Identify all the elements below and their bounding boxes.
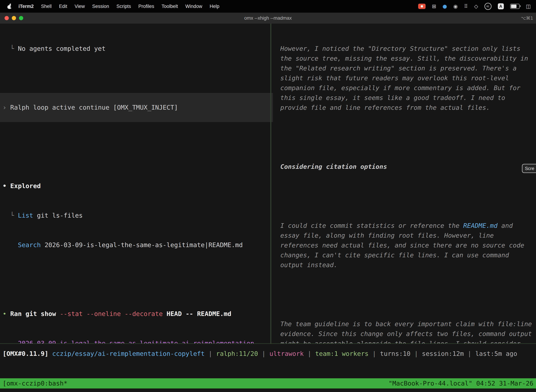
menu-bar-status-icons: ⊞ ● ◉ ⠿ ◇ 61 A ◫ (418, 3, 536, 10)
grid-app-icon[interactable]: ⊞ (432, 4, 436, 9)
menu-item-help[interactable]: Help (206, 4, 223, 9)
list-command: git ls-files (33, 212, 83, 219)
turns-count: turns:10 (380, 350, 411, 357)
screen: iTerm2 Shell Edit View Session Scripts P… (0, 0, 536, 392)
minimize-button[interactable] (12, 16, 16, 20)
horizontal-pane-border (0, 343, 536, 344)
gauge-badge-icon[interactable]: 61 (484, 3, 492, 10)
tmux-status-bar: [omx-cczip0:bash* "MacBook-Pro-44.local"… (0, 378, 536, 388)
left-pane[interactable]: └ No agents completed yet › Ralph loop a… (0, 23, 273, 344)
search-query: 2026-03-09-is-legal-the-same-as-legitima… (41, 241, 243, 248)
window-shortcut-badge: ⌥⌘1 (521, 16, 536, 21)
terminal: └ No agents completed yet › Ralph loop a… (0, 23, 536, 392)
separator: | (205, 350, 216, 357)
screen-recording-indicator-icon[interactable] (418, 4, 426, 9)
essay-filename-line-1: 2026-03-09-is-legal-the-same-as-legitima… (3, 338, 273, 344)
ralph-loop-text: Ralph loop active continue [OMX_TMUX_INJ… (10, 104, 178, 111)
tmux-host-clock: "MacBook-Pro-44.local" 04:52 31-Mar-26 (388, 378, 533, 388)
battery-icon[interactable] (510, 4, 520, 9)
reasoning-heading-text: Considering citation options (280, 163, 387, 170)
tree-branch-glyph: └ (3, 212, 18, 219)
omx-version: [OMX#0.11.9] (3, 350, 52, 357)
explored-header: • Explored (3, 181, 273, 191)
menu-item-toolbelt[interactable]: Toolbelt (158, 4, 182, 9)
window-title: omx --xhigh --madmax (0, 15, 536, 21)
tree-branch-glyph: └ (3, 45, 18, 52)
agents-status-text: No agents completed yet (18, 45, 106, 52)
blue-app-icon[interactable]: ● (442, 4, 447, 9)
close-button[interactable] (5, 16, 9, 20)
reasoning-text: I could cite commit statistics or refere… (280, 222, 463, 229)
ran-label: Ran (10, 310, 25, 317)
separator: | (411, 350, 422, 357)
reasoning-paragraph-1: However, I noticed the "Directory Struct… (280, 44, 536, 112)
git-show-cmd: git show (25, 310, 60, 317)
separator: | (258, 350, 269, 357)
tmux-session-window[interactable]: [omx-cczip0:bash* (3, 378, 67, 388)
session-duration: session:12m (422, 350, 464, 357)
screen-share-chip[interactable]: Scre (522, 164, 536, 173)
list-action-label: List (18, 212, 33, 219)
menu-item-view[interactable]: View (71, 4, 88, 9)
explored-search-line: Search 2026-03-09-is-legal-the-same-as-l… (3, 240, 273, 250)
git-show-flags: --stat --oneline --decorate (60, 310, 167, 317)
apple-menu-icon[interactable] (7, 4, 12, 9)
indent (3, 241, 18, 248)
menu-item-iterm2[interactable]: iTerm2 (15, 4, 38, 9)
menu-bar: iTerm2 Shell Edit View Session Scripts P… (0, 0, 536, 13)
traffic-lights (0, 16, 23, 20)
bullet-icon: • (3, 182, 10, 190)
mode-label: ultrawork (269, 350, 304, 357)
reasoning-paragraph-2: I could cite commit statistics or refere… (280, 221, 536, 270)
readme-file-link[interactable]: README.md (463, 222, 498, 229)
explored-title: Explored (10, 182, 41, 190)
separator: | (304, 350, 315, 357)
zoom-button[interactable] (19, 16, 23, 20)
record-dot (421, 5, 423, 7)
ralph-loop-banner: › Ralph loop active continue [OMX_TMUX_I… (0, 93, 273, 122)
bullet-icon: • (3, 310, 10, 317)
reasoning-heading: Considering citation options (280, 162, 536, 172)
ralph-progress: ralph:11/20 (216, 350, 258, 357)
omx-status-line: [OMX#0.11.9] cczip/essay/ai-reimplementa… (3, 349, 517, 359)
menu-item-scripts[interactable]: Scripts (113, 4, 135, 9)
right-pane[interactable]: However, I noticed the "Directory Struct… (271, 23, 536, 344)
menu-item-profiles[interactable]: Profiles (135, 4, 158, 9)
git-show-args: HEAD -- README.md (167, 310, 231, 317)
team-workers: team:1 workers (315, 350, 368, 357)
agents-status-line: └ No agents completed yet (3, 44, 273, 54)
menu-item-window[interactable]: Window (182, 4, 206, 9)
window-title-bar[interactable]: omx --xhigh --madmax ⌥⌘1 (0, 13, 536, 23)
menu-item-session[interactable]: Session (88, 4, 113, 9)
prompt-chevron-icon: › (3, 104, 10, 111)
dark-app-icon[interactable]: ◉ (453, 4, 458, 9)
reasoning-paragraph-3: The team guideline is to back every impo… (280, 319, 536, 344)
apple-leaf (9, 4, 11, 6)
dots-grid-icon[interactable]: ⠿ (464, 4, 468, 9)
omx-branch-path: cczip/essay/ai-reimplementation-copyleft (52, 350, 205, 357)
menu-item-shell[interactable]: Shell (38, 4, 55, 9)
git-show-command-line: • Ran git show --stat --oneline --decora… (3, 309, 273, 319)
control-center-icon[interactable]: ◫ (526, 4, 531, 9)
input-source-icon[interactable]: A (498, 3, 504, 9)
explored-list-line: └ List git ls-files (3, 210, 273, 220)
separator: | (368, 350, 380, 357)
menu-item-edit[interactable]: Edit (55, 4, 71, 9)
search-action-label: Search (18, 241, 41, 248)
last-activity: last:5m ago (475, 350, 517, 357)
separator: | (464, 350, 475, 357)
key-app-icon[interactable]: ◇ (474, 4, 478, 9)
